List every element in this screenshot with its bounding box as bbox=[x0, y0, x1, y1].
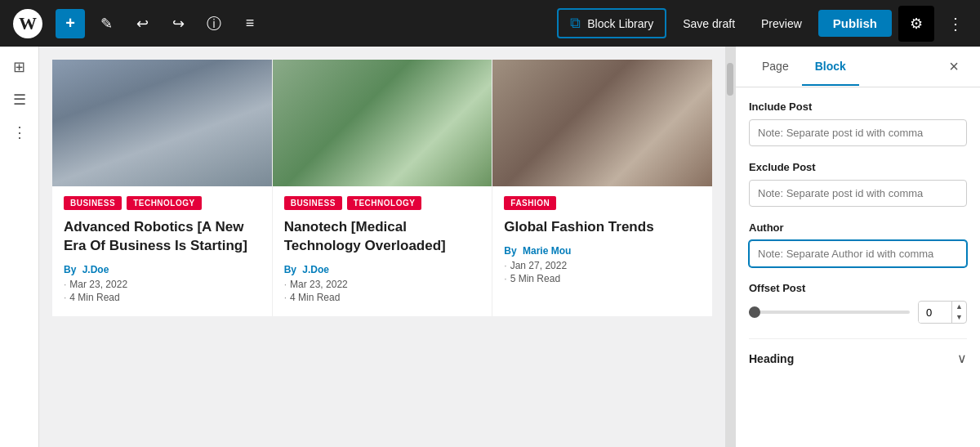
scroll-thumb[interactable] bbox=[727, 63, 733, 96]
card-3-meta: By Marie Mou · Jan 27, 2022 · 5 Min Read bbox=[504, 245, 701, 284]
block-library-icon: ⧉ bbox=[570, 15, 581, 32]
exclude-post-input[interactable] bbox=[749, 180, 967, 207]
toolbar: W + ✎ ↩ ↪ ⓘ ≡ ⧉ Block Library Save draft… bbox=[0, 0, 980, 47]
card-2-author-name[interactable]: J.Doe bbox=[302, 264, 329, 275]
card-1-read: · 4 Min Read bbox=[64, 292, 261, 303]
heading-accordion[interactable]: Heading ∨ bbox=[749, 338, 967, 369]
wp-logo: W bbox=[10, 0, 46, 47]
settings-button[interactable]: ⚙ bbox=[898, 6, 934, 42]
author-input[interactable] bbox=[749, 240, 967, 267]
offset-post-label: Offset Post bbox=[749, 282, 967, 294]
card-2-read-value: 4 Min Read bbox=[290, 292, 340, 303]
dot-icon-3: · bbox=[284, 279, 287, 290]
list-view-button[interactable]: ≡ bbox=[235, 9, 265, 38]
card-2-title: Nanotech [Medical Technology Overloaded] bbox=[284, 218, 481, 256]
exclude-post-label: Exclude Post bbox=[749, 161, 967, 173]
panel-header: Page Block × bbox=[736, 47, 980, 87]
info-button[interactable]: ⓘ bbox=[199, 9, 229, 38]
card-3-date-value: Jan 27, 2022 bbox=[510, 260, 567, 271]
card-3-author-label: By bbox=[504, 245, 516, 257]
dot-icon-5: · bbox=[504, 260, 506, 271]
offset-slider[interactable] bbox=[749, 311, 910, 314]
content-area: ⊞ ☰ ⋮ BUSINESS TECHNOLOGY Advanced Robot… bbox=[0, 47, 980, 447]
more-options-button[interactable]: ⋮ bbox=[941, 11, 970, 37]
card-2-image bbox=[273, 60, 492, 186]
dot-icon-6: · bbox=[504, 273, 506, 284]
card-3-body: FASHION Global Fashion Trends By Marie M… bbox=[492, 186, 712, 297]
card-3-tags: FASHION bbox=[504, 196, 701, 210]
tag-technology-1: TECHNOLOGY bbox=[127, 196, 202, 210]
card-1-read-value: 4 Min Read bbox=[69, 292, 119, 303]
redo-button[interactable]: ↪ bbox=[163, 9, 193, 38]
card-2-meta: By J.Doe · Mar 23, 2022 · 4 Min Read bbox=[284, 264, 481, 303]
offset-arrows: ▲ ▼ bbox=[951, 302, 966, 323]
card-1-body: BUSINESS TECHNOLOGY Advanced Robotics [A… bbox=[52, 186, 272, 316]
author-section: Author bbox=[749, 221, 967, 267]
card-1-author: By J.Doe bbox=[64, 264, 261, 275]
card-1-tags: BUSINESS TECHNOLOGY bbox=[64, 196, 261, 210]
right-panel: Page Block × Include Post Exclude Post A… bbox=[735, 47, 980, 447]
heading-accordion-label: Heading bbox=[749, 352, 794, 365]
card-3-read-value: 5 Min Read bbox=[510, 273, 560, 284]
cards-container: BUSINESS TECHNOLOGY Advanced Robotics [A… bbox=[52, 60, 712, 316]
card-3-author-name[interactable]: Marie Mou bbox=[523, 245, 571, 257]
card-1-author-name[interactable]: J.Doe bbox=[82, 264, 109, 275]
dot-icon-2: · bbox=[64, 292, 66, 303]
preview-button[interactable]: Preview bbox=[751, 12, 812, 35]
undo-button[interactable]: ↩ bbox=[127, 9, 157, 38]
toolbar-right: ⧉ Block Library Save draft Preview Publi… bbox=[557, 6, 970, 42]
tag-business-2: BUSINESS bbox=[284, 196, 342, 210]
card-3-date: · Jan 27, 2022 bbox=[504, 260, 701, 271]
card-1-image bbox=[52, 60, 272, 186]
tab-block[interactable]: Block bbox=[802, 48, 859, 86]
include-post-section: Include Post bbox=[749, 101, 967, 146]
exclude-post-section: Exclude Post bbox=[749, 161, 967, 207]
hamburger-icon[interactable]: ☰ bbox=[10, 87, 29, 112]
card-2: BUSINESS TECHNOLOGY Nanotech [Medical Te… bbox=[273, 60, 493, 316]
card-2-body: BUSINESS TECHNOLOGY Nanotech [Medical Te… bbox=[273, 186, 492, 316]
save-draft-button[interactable]: Save draft bbox=[673, 12, 745, 35]
tag-fashion: FASHION bbox=[504, 196, 556, 210]
card-2-author: By J.Doe bbox=[284, 264, 481, 275]
chevron-down-icon: ∨ bbox=[957, 351, 967, 366]
wp-logo-circle: W bbox=[13, 9, 42, 38]
offset-number-input[interactable] bbox=[919, 302, 951, 323]
card-1-date: · Mar 23, 2022 bbox=[64, 279, 261, 290]
card-3-read: · 5 Min Read bbox=[504, 273, 701, 284]
editor: BUSINESS TECHNOLOGY Advanced Robotics [A… bbox=[39, 47, 725, 447]
card-2-read: · 4 Min Read bbox=[284, 292, 481, 303]
card-3: FASHION Global Fashion Trends By Marie M… bbox=[492, 60, 712, 316]
card-3-title: Global Fashion Trends bbox=[504, 218, 701, 237]
card-1-meta: By J.Doe · Mar 23, 2022 · 4 Min Read bbox=[64, 264, 261, 303]
card-1-date-value: Mar 23, 2022 bbox=[69, 279, 127, 290]
card-3-image bbox=[492, 60, 712, 186]
sidebar-more-icon[interactable]: ⋮ bbox=[9, 120, 30, 145]
add-block-button[interactable]: + bbox=[56, 9, 85, 38]
scroll-track[interactable] bbox=[725, 47, 735, 447]
card-2-author-label: By bbox=[284, 264, 296, 275]
include-post-label: Include Post bbox=[749, 101, 967, 113]
panel-close-button[interactable]: × bbox=[941, 54, 967, 80]
card-2-date-value: Mar 23, 2022 bbox=[290, 279, 348, 290]
card-1: BUSINESS TECHNOLOGY Advanced Robotics [A… bbox=[52, 60, 273, 316]
card-3-author: By Marie Mou bbox=[504, 245, 701, 257]
block-library-label: Block Library bbox=[587, 17, 653, 30]
offset-up-button[interactable]: ▲ bbox=[952, 302, 966, 312]
publish-button[interactable]: Publish bbox=[818, 10, 892, 37]
offset-down-button[interactable]: ▼ bbox=[952, 312, 966, 323]
offset-number: ▲ ▼ bbox=[918, 301, 967, 324]
tag-technology-2: TECHNOLOGY bbox=[347, 196, 422, 210]
block-library-button[interactable]: ⧉ Block Library bbox=[557, 8, 666, 38]
offset-row: ▲ ▼ bbox=[749, 301, 967, 324]
panel-body: Include Post Exclude Post Author Offset … bbox=[736, 87, 980, 447]
include-post-input[interactable] bbox=[749, 119, 967, 146]
dot-icon: · bbox=[64, 279, 66, 290]
tab-page[interactable]: Page bbox=[749, 48, 802, 86]
card-1-title: Advanced Robotics [A New Era Of Business… bbox=[64, 218, 261, 256]
dot-icon-4: · bbox=[284, 292, 287, 303]
edit-button[interactable]: ✎ bbox=[91, 9, 121, 38]
grid-icon[interactable]: ⊞ bbox=[10, 55, 29, 79]
left-sidebar: ⊞ ☰ ⋮ bbox=[0, 47, 39, 447]
offset-post-section: Offset Post ▲ ▼ bbox=[749, 282, 967, 324]
card-2-tags: BUSINESS TECHNOLOGY bbox=[284, 196, 481, 210]
